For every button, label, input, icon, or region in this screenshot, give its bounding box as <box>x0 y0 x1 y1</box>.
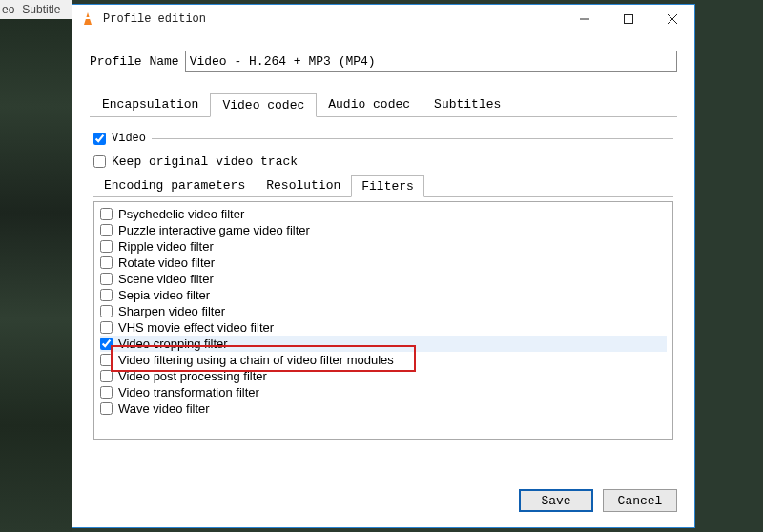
filter-item[interactable]: Sharpen video filter <box>100 303 667 319</box>
filter-label: VHS movie effect video filter <box>118 320 274 335</box>
window-controls <box>563 5 694 33</box>
filter-label: Video transformation filter <box>118 385 259 399</box>
background-menubar: eo Subtitle <box>0 0 72 19</box>
bg-menu-item[interactable]: Subtitle <box>22 3 60 16</box>
filter-checkbox[interactable] <box>100 224 113 236</box>
titlebar: Profile edition <box>72 5 694 33</box>
filter-item[interactable]: Scene video filter <box>100 271 667 287</box>
filter-checkbox[interactable] <box>100 321 113 334</box>
filter-label: Rotate video filter <box>118 256 215 270</box>
filter-item[interactable]: VHS movie effect video filter <box>100 319 667 336</box>
minimize-button[interactable] <box>563 5 607 33</box>
filter-label: Video cropping filter <box>118 337 228 351</box>
tab-audio-codec[interactable]: Audio codec <box>316 92 423 116</box>
filter-item[interactable]: Rotate video filter <box>100 255 667 271</box>
filter-item[interactable]: Ripple video filter <box>100 238 667 255</box>
vlc-icon <box>80 11 95 27</box>
tab-subtitles[interactable]: Subtitles <box>422 92 513 116</box>
inner-tabs: Encoding parameters Resolution Filters <box>93 174 673 196</box>
filter-item[interactable]: Wave video filter <box>100 400 667 417</box>
tab-resolution[interactable]: Resolution <box>256 174 351 196</box>
filter-item[interactable]: Psychedelic video filter <box>100 206 667 222</box>
filter-item[interactable]: Sepia video filter <box>100 287 667 303</box>
filter-label: Sepia video filter <box>118 288 210 302</box>
filter-item[interactable]: Video post processing filter <box>100 368 667 384</box>
filter-label: Scene video filter <box>118 272 214 286</box>
filter-checkbox[interactable] <box>100 256 113 269</box>
filter-checkbox[interactable] <box>100 386 113 399</box>
dialog-title: Profile edition <box>103 12 563 26</box>
filter-item[interactable]: Video cropping filter <box>100 336 667 352</box>
filter-checkbox[interactable] <box>100 273 113 285</box>
filters-scroll[interactable]: Psychedelic video filterPuzzle interacti… <box>94 202 672 439</box>
filter-item[interactable]: Video transformation filter <box>100 384 667 400</box>
video-fieldset: Video <box>93 138 673 160</box>
filter-checkbox[interactable] <box>100 208 113 220</box>
filter-label: Ripple video filter <box>118 239 214 254</box>
filter-item[interactable]: Video filtering using a chain of video f… <box>100 352 667 368</box>
filter-label: Wave video filter <box>118 401 210 416</box>
svg-rect-3 <box>625 15 633 24</box>
filter-item[interactable]: Puzzle interactive game video filter <box>100 222 667 238</box>
maximize-button[interactable] <box>607 5 650 33</box>
tab-video-codec[interactable]: Video codec <box>210 93 317 117</box>
dialog-content: Profile Name Encapsulation Video codec A… <box>72 33 694 478</box>
bg-menu-item[interactable]: eo <box>2 3 14 16</box>
tab-encoding-parameters[interactable]: Encoding parameters <box>93 174 256 196</box>
filter-checkbox[interactable] <box>100 289 113 301</box>
filter-label: Puzzle interactive game video filter <box>118 223 310 237</box>
profile-name-input[interactable] <box>185 51 677 72</box>
filter-checkbox[interactable] <box>100 305 113 317</box>
filter-checkbox[interactable] <box>100 354 113 366</box>
filter-label: Video filtering using a chain of video f… <box>118 353 394 367</box>
filter-label: Sharpen video filter <box>118 304 225 318</box>
filter-checkbox[interactable] <box>100 370 113 382</box>
save-button[interactable]: Save <box>519 489 593 512</box>
tab-encapsulation[interactable]: Encapsulation <box>90 92 211 116</box>
close-button[interactable] <box>650 5 694 33</box>
profile-name-label: Profile Name <box>90 54 179 69</box>
filter-checkbox[interactable] <box>100 240 113 253</box>
filters-listbox: Psychedelic video filterPuzzle interacti… <box>93 201 673 440</box>
dialog-footer: Save Cancel <box>72 478 694 527</box>
filter-label: Psychedelic video filter <box>118 207 244 221</box>
cancel-button[interactable]: Cancel <box>603 489 677 512</box>
video-codec-panel: Video Keep original video track Encoding… <box>90 117 677 440</box>
background-player <box>0 0 72 532</box>
video-checkbox-label: Video <box>112 132 146 145</box>
filter-checkbox[interactable] <box>100 338 113 350</box>
filter-checkbox[interactable] <box>100 402 113 415</box>
outer-tabs: Encapsulation Video codec Audio codec Su… <box>90 92 677 117</box>
tab-filters[interactable]: Filters <box>351 175 424 197</box>
profile-edition-dialog: Profile edition Profile Name Encapsulati… <box>72 4 695 528</box>
filter-label: Video post processing filter <box>118 369 267 383</box>
video-checkbox[interactable] <box>93 133 106 145</box>
svg-rect-1 <box>86 17 91 19</box>
profile-name-row: Profile Name <box>90 51 677 72</box>
